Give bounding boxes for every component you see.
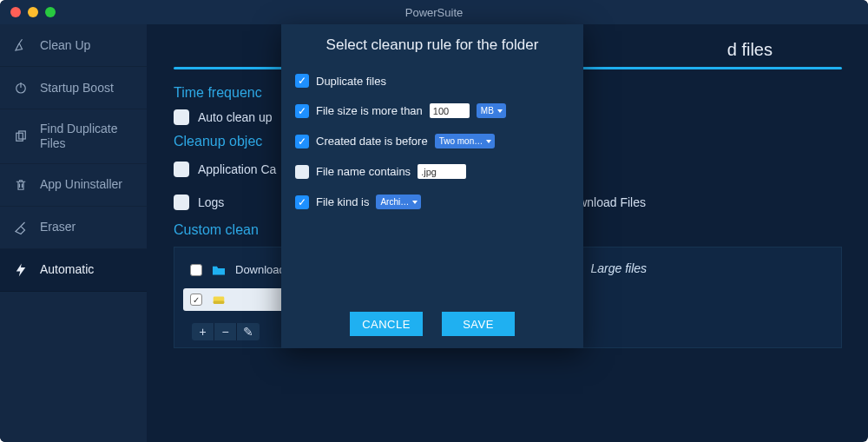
broom-icon <box>12 36 30 54</box>
sidebar-item-label: Eraser <box>40 220 76 234</box>
created-date-select[interactable]: Two mon… <box>435 134 496 148</box>
power-icon <box>12 79 30 96</box>
sidebar-item-label: Startup Boost <box>40 81 114 96</box>
sidebar-item-label: Find Duplicate Files <box>40 122 135 151</box>
title-bar: PowerSuite <box>0 0 868 24</box>
rule-label: File name contains <box>316 165 411 178</box>
cleanup-object-row: Application Ca <box>174 162 276 177</box>
checkbox[interactable] <box>295 74 309 88</box>
checkbox[interactable]: ✓ <box>190 294 202 306</box>
svg-rect-3 <box>19 131 26 139</box>
checkbox[interactable] <box>295 165 309 179</box>
checkbox[interactable] <box>295 195 309 209</box>
duplicate-icon <box>12 128 30 145</box>
edit-button[interactable]: ✎ <box>237 323 260 340</box>
window-title: PowerSuite <box>0 6 868 19</box>
remove-button[interactable]: − <box>214 323 237 340</box>
sidebar-item-label: Automatic <box>40 262 94 277</box>
checkbox[interactable] <box>174 162 189 177</box>
app-window: PowerSuite Clean Up Startup Boost <box>0 0 868 442</box>
folder-icon <box>211 264 227 276</box>
size-input[interactable] <box>430 103 470 118</box>
sidebar-item-automatic[interactable]: Automatic <box>0 249 147 292</box>
rule-name-contains-row: File name contains <box>295 164 569 179</box>
rule-label: File kind is <box>316 195 369 208</box>
folder-name: Download <box>235 263 286 276</box>
cleanup-object-label: Logs <box>198 195 224 209</box>
auto-cleanup-checkbox[interactable] <box>174 109 189 125</box>
cancel-button[interactable]: CANCLE <box>350 312 423 336</box>
sidebar-item-label: App Uninstaller <box>40 177 122 192</box>
sidebar-item-eraser[interactable]: Eraser <box>0 207 147 249</box>
eraser-icon <box>12 219 30 236</box>
cleanup-object-label: Application Ca <box>198 162 276 176</box>
sidebar: Clean Up Startup Boost Find Duplicate Fi… <box>0 24 148 442</box>
rule-size-row: File size is more than MB <box>295 103 569 118</box>
rule-label: Created date is before <box>316 135 428 148</box>
sidebar-item-find-duplicates[interactable]: Find Duplicate Files <box>0 109 147 164</box>
sidebar-item-startup-boost[interactable]: Startup Boost <box>0 67 147 109</box>
sidebar-item-app-uninstaller[interactable]: App Uninstaller <box>0 164 147 207</box>
checkbox[interactable] <box>174 195 189 210</box>
svg-rect-5 <box>214 300 225 304</box>
rules-dialog: Select cleanup rule for the folder Dupli… <box>281 24 583 348</box>
bolt-icon <box>12 261 30 279</box>
rule-kind-row: File kind is Archi… <box>295 195 569 209</box>
checkbox[interactable] <box>295 135 309 148</box>
size-unit-select[interactable]: MB <box>477 103 506 118</box>
svg-rect-2 <box>16 133 23 141</box>
rule-created-row: Created date is before Two mon… <box>295 134 569 148</box>
checkbox[interactable] <box>295 104 309 118</box>
add-button[interactable]: + <box>192 323 214 340</box>
rule-label: File size is more than <box>316 104 423 117</box>
rule-label: Duplicate files <box>316 75 386 88</box>
sidebar-item-cleanup[interactable]: Clean Up <box>0 24 147 67</box>
rule-tag: Large files <box>591 261 648 275</box>
checkbox[interactable] <box>190 264 202 276</box>
save-button[interactable]: SAVE <box>442 312 515 336</box>
rule-duplicate-row: Duplicate files <box>295 74 569 88</box>
name-contains-input[interactable] <box>418 164 466 179</box>
cleanup-object-row: Logs <box>174 195 276 210</box>
kind-select[interactable]: Archi… <box>376 195 421 209</box>
auto-cleanup-label: Auto clean up <box>198 110 273 124</box>
trash-icon <box>12 176 30 194</box>
disk-icon <box>211 294 227 306</box>
dialog-title: Select cleanup rule for the folder <box>295 36 569 54</box>
sidebar-item-label: Clean Up <box>40 38 90 53</box>
dialog-buttons: CANCLE SAVE <box>295 301 569 336</box>
